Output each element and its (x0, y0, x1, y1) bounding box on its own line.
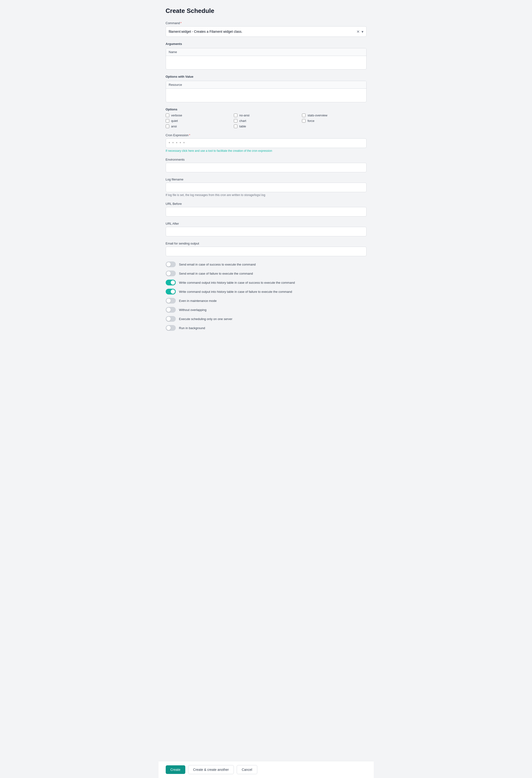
options-with-value-box: Resource (166, 81, 367, 102)
toggle-background[interactable] (166, 325, 176, 331)
toggle-send-failure[interactable] (166, 270, 176, 276)
option-no-ansi[interactable]: no-ansi (234, 113, 298, 117)
toggle-write-failure-label: Write command output into history table … (179, 290, 292, 294)
arguments-label: Arguments (166, 42, 367, 46)
url-after-section: URL After (166, 222, 367, 236)
cron-section: Cron Expression* If necessary click here… (166, 133, 367, 153)
option-force-checkbox[interactable] (302, 119, 306, 123)
option-chart[interactable]: chart (234, 119, 298, 123)
toggle-send-failure-slider (166, 270, 176, 276)
toggle-one-server-slider (166, 316, 176, 322)
toggle-overlapping-label: Without overlapping (179, 308, 207, 312)
cron-hint: If necessary click here and use a tool t… (166, 149, 367, 153)
environments-section: Environments (166, 158, 367, 172)
page-title: Create Schedule (166, 7, 367, 15)
create-another-button[interactable]: Create & create another (188, 765, 234, 774)
chevron-down-icon[interactable]: ▾ (362, 29, 364, 34)
toggle-write-success-row: Write command output into history table … (166, 280, 367, 285)
toggle-write-failure[interactable] (166, 289, 176, 295)
email-input[interactable] (166, 247, 367, 256)
log-filename-input[interactable] (166, 182, 367, 192)
toggle-send-failure-label: Send email in case of failure to execute… (179, 272, 253, 276)
toggle-write-success-label: Write command output into history table … (179, 281, 295, 285)
command-field: Command* filament:widget - Creates a Fil… (166, 21, 367, 37)
arguments-name-header: Name (166, 48, 366, 56)
options-with-value-label: Options with Value (166, 75, 367, 78)
toggles-section: Send email in case of success to execute… (166, 261, 367, 331)
toggle-write-failure-row: Write command output into history table … (166, 289, 367, 295)
url-after-label: URL After (166, 222, 367, 225)
toggle-write-failure-slider (166, 289, 176, 295)
option-table[interactable]: table (234, 125, 298, 128)
toggle-background-row: Run in background (166, 325, 367, 331)
toggle-maintenance-slider (166, 298, 176, 304)
environments-label: Environments (166, 158, 367, 161)
toggle-one-server-label: Execute scheduling only on one server (179, 317, 232, 321)
cron-label: Cron Expression* (166, 133, 367, 137)
command-select-value: filament:widget - Creates a Filament wid… (169, 30, 357, 33)
clear-icon[interactable]: ✕ (357, 29, 360, 34)
url-after-input[interactable] (166, 227, 367, 236)
toggle-background-slider (166, 325, 176, 331)
options-section: Options verbose no-ansi stats-overview q… (166, 107, 367, 128)
cron-input[interactable] (166, 138, 367, 148)
url-before-section: URL Before (166, 202, 367, 217)
toggle-write-success[interactable] (166, 280, 176, 285)
option-force[interactable]: force (302, 119, 366, 123)
log-hint: If log file is set, the log messages fro… (166, 193, 367, 197)
options-grid: verbose no-ansi stats-overview quiet cha… (166, 113, 367, 128)
option-ansi[interactable]: ansi (166, 125, 230, 128)
create-button[interactable]: Create (166, 765, 185, 774)
command-select[interactable]: filament:widget - Creates a Filament wid… (166, 26, 367, 37)
arguments-name-input[interactable] (169, 58, 364, 67)
option-chart-checkbox[interactable] (234, 119, 237, 123)
option-ansi-checkbox[interactable] (166, 125, 169, 128)
toggle-background-label: Run in background (179, 326, 205, 330)
cron-hint-link[interactable]: If necessary click here and use a tool t… (166, 149, 272, 153)
log-filename-label: Log filename (166, 177, 367, 181)
url-before-label: URL Before (166, 202, 367, 206)
toggle-maintenance[interactable] (166, 298, 176, 304)
toggle-send-success-slider (166, 261, 176, 267)
toggle-maintenance-row: Even in maintenance mode (166, 298, 367, 304)
toggle-send-success[interactable] (166, 261, 176, 267)
toggle-one-server[interactable] (166, 316, 176, 322)
option-table-checkbox[interactable] (234, 125, 237, 128)
option-stats-overview-checkbox[interactable] (302, 113, 306, 117)
toggle-write-success-slider (166, 280, 176, 285)
options-label: Options (166, 107, 367, 111)
options-with-value-section: Options with Value Resource (166, 75, 367, 102)
command-label: Command* (166, 21, 367, 25)
option-stats-overview[interactable]: stats-overview (302, 113, 366, 117)
toggle-maintenance-label: Even in maintenance mode (179, 299, 217, 303)
toggle-send-success-row: Send email in case of success to execute… (166, 261, 367, 267)
toggle-send-failure-row: Send email in case of failure to execute… (166, 270, 367, 276)
toggle-one-server-row: Execute scheduling only on one server (166, 316, 367, 322)
arguments-box: Name (166, 48, 367, 70)
option-verbose[interactable]: verbose (166, 113, 230, 117)
environments-input[interactable] (166, 163, 367, 172)
footer-actions: Create Create & create another Cancel (158, 761, 374, 778)
email-section: Email for sending output (166, 242, 367, 256)
option-quiet[interactable]: quiet (166, 119, 230, 123)
toggle-overlapping[interactable] (166, 307, 176, 313)
cancel-button[interactable]: Cancel (237, 765, 257, 774)
option-verbose-checkbox[interactable] (166, 113, 169, 117)
toggle-overlapping-row: Without overlapping (166, 307, 367, 313)
options-resource-input[interactable] (169, 91, 364, 100)
email-label: Email for sending output (166, 242, 367, 245)
log-filename-section: Log filename If log file is set, the log… (166, 177, 367, 197)
arguments-section: Arguments Name (166, 42, 367, 70)
option-quiet-checkbox[interactable] (166, 119, 169, 123)
toggle-send-success-label: Send email in case of success to execute… (179, 263, 256, 266)
option-no-ansi-checkbox[interactable] (234, 113, 237, 117)
options-resource-header: Resource (166, 81, 366, 89)
toggle-overlapping-slider (166, 307, 176, 313)
url-before-input[interactable] (166, 207, 367, 217)
